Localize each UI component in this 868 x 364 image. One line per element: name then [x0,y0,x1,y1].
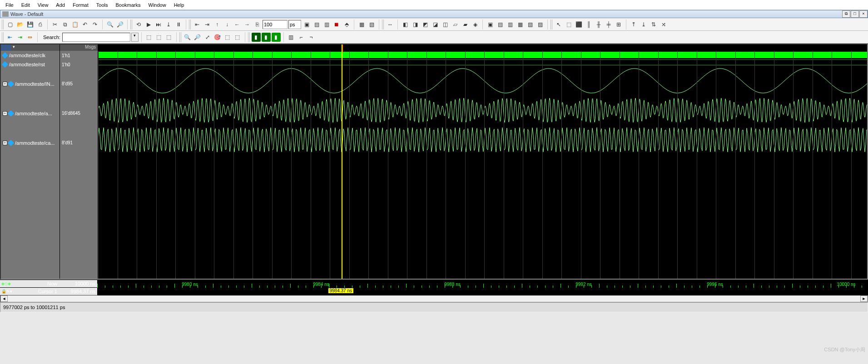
cursor-next-button[interactable]: ⇥ [203,20,212,29]
expand-icon[interactable]: + [3,141,7,145]
menu-help[interactable]: Help [170,1,188,9]
expand2-button[interactable]: ⇥ [15,33,25,42]
cursor-readout-box[interactable]: 9984.37 ns [328,288,354,294]
find2-button[interactable]: 🔎 [115,20,124,29]
expand-icon[interactable]: + [3,111,7,116]
runx-button[interactable]: ▤ [312,20,321,29]
stop-button[interactable]: ⏹ [332,20,341,29]
zoom-full-button[interactable]: ⤢ [203,33,212,42]
layout1-button[interactable]: ▦ [357,20,366,29]
cursor-icons[interactable]: 🔒✎▾ [1,289,12,294]
layout2-button[interactable]: ▧ [367,20,376,29]
toolbar-grip-6[interactable] [2,32,5,42]
menu-format[interactable]: Format [69,1,92,9]
signal-row-ca[interactable]: + /ammodteste/ca... [1,128,60,157]
find-button[interactable]: 🔍 [105,20,114,29]
open-button[interactable]: 📂 [15,20,25,29]
wave-window-titlebar[interactable]: Wave - Default ⧉ □ × [0,10,868,18]
horizontal-scrollbar[interactable]: ◄ ► [0,295,868,302]
toolbar-grip-7[interactable] [179,32,182,42]
waveform-canvas[interactable] [98,44,867,279]
pointer-button[interactable]: ↖ [554,20,563,29]
expand-icon[interactable]: + [3,82,7,86]
menu-edit[interactable]: Edit [18,1,34,9]
run-length-input[interactable] [263,20,288,29]
search-dropdown-button[interactable]: ▾ [131,33,139,42]
wave-zoom-button[interactable]: ↔ [386,20,395,29]
runy-button[interactable]: ▥ [322,20,331,29]
scroll-track[interactable] [8,295,860,302]
copy-button[interactable]: ⧉ [60,20,69,29]
cursor-marker[interactable] [342,44,342,279]
run-length-button[interactable]: ▣ [302,20,311,29]
zoom-last-button[interactable]: ⬚ [233,33,242,42]
tb-s[interactable]: ╪ [604,20,613,29]
paste-button[interactable]: 📋 [70,20,79,29]
scroll-right-button[interactable]: ► [860,295,868,302]
undo-button[interactable]: ↶ [80,20,89,29]
window-float-button[interactable]: ⧉ [842,10,850,18]
toolbar-grip-3[interactable] [189,20,192,30]
run-button[interactable]: ▶ [144,20,153,29]
fmt-c[interactable]: ▮ [272,33,281,42]
down-button[interactable]: ↓ [223,20,232,29]
run-all-button[interactable]: ⏭ [154,20,163,29]
tb-k[interactable]: ▥ [506,20,515,29]
tb-m[interactable]: ▧ [526,20,535,29]
edge-up-button[interactable]: ⤒ [629,20,638,29]
timescale-ruler[interactable]: 9980 ns9984 ns9988 ns9992 ns9996 ns10000… [97,280,868,288]
step-button[interactable]: ⤓ [164,20,173,29]
cursor-ruler[interactable]: 9984.37 ns [97,288,868,295]
search-prev-button[interactable]: ⬚ [144,33,154,42]
window-close-button[interactable]: × [859,10,868,18]
toolbar-grip-2[interactable] [130,20,133,30]
tb-a[interactable]: ◧ [401,20,410,29]
search-input[interactable] [62,33,130,42]
run-unit-input[interactable] [288,20,301,29]
signal-row-in[interactable]: + /ammodteste/IN... [1,69,60,98]
signal-value-column[interactable]: Msgs 1'h1 1'h0 8'd95 16'd8645 8'd91 [60,44,98,279]
edge-both-button[interactable]: ⇅ [649,20,658,29]
search-opts-button[interactable]: ⬚ [164,33,174,42]
tb-r[interactable]: ╫ [594,20,603,29]
menu-tools[interactable]: Tools [93,1,112,9]
fmt-e[interactable]: ⌐ [297,33,306,42]
toolbar-grip-5[interactable] [551,20,553,30]
zoom-cursor-button[interactable]: 🎯 [213,33,222,42]
tb-j[interactable]: ▤ [496,20,505,29]
now-icons[interactable]: ◆◇◆ [1,281,11,286]
tb-f[interactable]: ▱ [451,20,460,29]
save-button[interactable]: 💾 [25,20,35,29]
signal-config-dropdown[interactable]: ▾ [11,44,16,51]
restart-button[interactable]: ⟲ [134,20,143,29]
zoom-in-button[interactable]: 🔍 [183,33,192,42]
menu-window[interactable]: Window [145,1,170,9]
right-button[interactable]: → [243,20,252,29]
tb-h[interactable]: ◈ [471,20,480,29]
up-button[interactable]: ↑ [213,20,222,29]
tb-o[interactable]: ⬚ [564,20,573,29]
fmt-d[interactable]: ▥ [287,33,296,42]
menu-add[interactable]: Add [52,1,69,9]
menu-bookmarks[interactable]: Bookmarks [112,1,144,9]
expand1-button[interactable]: ⇤ [5,33,15,42]
new-button[interactable]: ▢ [5,20,15,29]
scroll-left-button[interactable]: ◄ [0,295,8,302]
signal-row-clk[interactable]: /ammodteste/clk [1,51,60,60]
fmt-f[interactable]: ¬ [307,33,316,42]
expand3-button[interactable]: ⇔ [25,33,35,42]
zoom-range-button[interactable]: ⬚ [223,33,232,42]
zoom-out-button[interactable]: 🔎 [193,33,202,42]
break2-button[interactable]: ⬘ [342,20,351,29]
signal-name-column[interactable]: ▾ /ammodteste/clk /ammodteste/rst + /amm… [1,44,60,279]
cursor-prev-button[interactable]: ⇤ [193,20,202,29]
goto-button[interactable]: ⎘ [253,20,262,29]
break-button[interactable]: ⏸ [174,20,183,29]
tb-c[interactable]: ◩ [421,20,430,29]
menu-view[interactable]: View [34,1,52,9]
tb-i[interactable]: ▣ [486,20,495,29]
tb-l[interactable]: ▦ [516,20,525,29]
redo-button[interactable]: ↷ [90,20,99,29]
tb-t[interactable]: ⊞ [614,20,623,29]
left-button[interactable]: ← [233,20,242,29]
